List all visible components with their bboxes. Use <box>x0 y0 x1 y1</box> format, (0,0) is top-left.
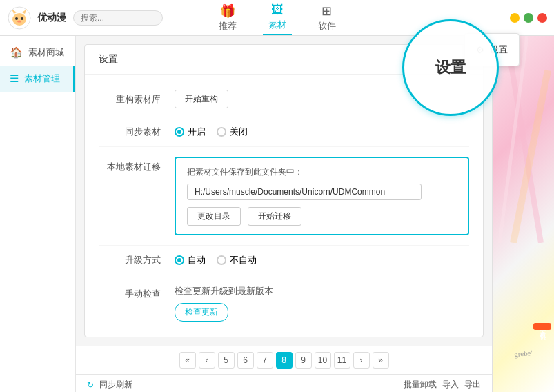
sync-on-radio[interactable]: 开启 <box>175 126 206 138</box>
upgrade-manual-label: 不自动 <box>230 254 257 266</box>
manga-background: grebe' <box>493 36 554 392</box>
sync-on-dot <box>175 127 184 137</box>
upgrade-auto-radio[interactable]: 自动 <box>175 254 206 266</box>
sync-radio-group: 开启 关闭 <box>175 126 248 138</box>
change-dir-button[interactable]: 更改目录 <box>187 207 241 226</box>
check-desc: 检查更新升级到最新版本 <box>175 285 273 297</box>
migration-path-input[interactable] <box>187 184 422 200</box>
nav-assets[interactable]: 🖼 素材 <box>263 0 292 35</box>
upgrade-auto-label: 自动 <box>188 254 206 266</box>
sync-label: 同步素材 <box>99 126 175 138</box>
sync-refresh-label[interactable]: 同步刷新 <box>99 379 132 391</box>
page-11-button[interactable]: 11 <box>334 352 350 369</box>
upgrade-control: 自动 不自动 <box>175 254 469 266</box>
settings-row-check: 手动检查 检查更新升级到最新版本 检查更新 <box>99 275 469 330</box>
svg-point-2 <box>15 17 18 20</box>
rebuild-label: 重构素材库 <box>99 93 175 106</box>
nav-software[interactable]: ⊞ 软件 <box>313 1 342 35</box>
migration-control: 把素材文件保存到此文件夹中： 更改目录 开始迁移 <box>175 157 469 235</box>
sidebar-store-label: 素材商城 <box>28 46 64 59</box>
bottom-left: ↻ 同步刷新 <box>87 379 132 391</box>
app-logo <box>7 6 32 30</box>
maximize-button[interactable] <box>524 13 533 23</box>
page-7-button[interactable]: 7 <box>257 352 273 369</box>
assets-icon: 🖼 <box>271 3 284 17</box>
software-icon: ⊞ <box>321 3 332 19</box>
settings-row-migration: 本地素材迁移 把素材文件保存到此文件夹中： 更改目录 开始迁移 <box>99 147 469 246</box>
app-title-text: 优动漫 <box>37 12 66 24</box>
title-search-input[interactable] <box>73 10 163 26</box>
right-panel: grebe' 下载机 <box>492 36 554 392</box>
sidebar-manage-label: 素材管理 <box>24 72 60 85</box>
sync-refresh-icon: ↻ <box>87 380 94 390</box>
bottom-bar: ↻ 同步刷新 批量卸载 导入 导出 <box>76 374 492 392</box>
download-badge: 下载机 <box>533 323 551 330</box>
upgrade-auto-dot <box>175 255 184 265</box>
migration-label: 本地素材迁移 <box>99 157 175 173</box>
page-6-button[interactable]: 6 <box>237 352 254 369</box>
sidebar-item-store[interactable]: 🏠 素材商城 <box>0 39 75 66</box>
batch-uninstall-link[interactable]: 批量卸载 <box>404 379 437 391</box>
migration-box: 把素材文件保存到此文件夹中： 更改目录 开始迁移 <box>175 157 469 235</box>
settings-circle-label: 设置 <box>435 57 466 78</box>
check-update-button[interactable]: 检查更新 <box>175 303 228 322</box>
settings-row-upgrade: 升级方式 自动 不自动 <box>99 246 469 275</box>
start-migration-button[interactable]: 开始迁移 <box>248 207 301 226</box>
nav-software-label: 软件 <box>318 20 336 32</box>
bottom-right: 批量卸载 导入 导出 <box>404 379 481 391</box>
page-last-button[interactable]: » <box>373 352 389 369</box>
page-5-button[interactable]: 5 <box>218 352 235 369</box>
upgrade-label: 升级方式 <box>99 254 175 266</box>
settings-body: 重构素材库 开始重构 同步素材 开启 <box>85 75 483 337</box>
rebuild-button[interactable]: 开始重构 <box>175 90 228 108</box>
page-9-button[interactable]: 9 <box>295 352 312 369</box>
page-prev-button[interactable]: ‹ <box>199 352 215 369</box>
sync-on-label: 开启 <box>188 126 206 138</box>
store-icon: 🏠 <box>10 46 23 59</box>
manage-icon: ☰ <box>10 72 19 85</box>
sync-off-label: 关闭 <box>230 126 248 138</box>
nav-assets-label: 素材 <box>268 19 286 31</box>
migration-actions: 更改目录 开始迁移 <box>187 207 457 226</box>
check-control: 检查更新升级到最新版本 检查更新 <box>175 285 469 322</box>
title-nav: 🎁 推荐 🖼 素材 ⊞ 软件 <box>213 0 342 35</box>
window-controls <box>510 13 547 23</box>
sync-off-dot <box>217 127 226 137</box>
upgrade-radio-group: 自动 不自动 <box>175 254 257 266</box>
manga-lines-decoration <box>493 36 554 243</box>
svg-point-3 <box>21 17 23 20</box>
settings-row-sync: 同步素材 开启 关闭 <box>99 117 469 147</box>
page-10-button[interactable]: 10 <box>315 352 331 369</box>
page-next-button[interactable]: › <box>353 352 370 369</box>
settings-circle-overlay: 设置 <box>402 19 499 116</box>
nav-recommend[interactable]: 🎁 推荐 <box>213 1 242 35</box>
sync-off-radio[interactable]: 关闭 <box>217 126 248 138</box>
upgrade-manual-dot <box>217 255 226 265</box>
import-link[interactable]: 导入 <box>442 379 459 391</box>
page-8-button[interactable]: 8 <box>276 352 293 369</box>
close-button[interactable] <box>537 13 547 23</box>
sidebar-item-manage[interactable]: ☰ 素材管理 <box>0 66 75 92</box>
check-label: 手动检查 <box>99 285 175 300</box>
migration-desc: 把素材文件保存到此文件夹中： <box>187 166 457 178</box>
pagination: « ‹ 5 6 7 8 9 10 11 › » <box>76 346 492 374</box>
minimize-button[interactable] <box>510 13 520 23</box>
sync-control: 开启 关闭 <box>175 126 469 138</box>
manga-text: grebe' <box>514 349 533 358</box>
upgrade-manual-radio[interactable]: 不自动 <box>217 254 257 266</box>
sidebar: 🏠 素材商城 ☰ 素材管理 <box>0 36 76 392</box>
recommend-icon: 🎁 <box>220 3 235 19</box>
nav-recommend-label: 推荐 <box>219 20 237 32</box>
svg-point-4 <box>17 20 21 22</box>
export-link[interactable]: 导出 <box>464 379 481 391</box>
page-first-button[interactable]: « <box>179 352 196 369</box>
svg-point-1 <box>12 13 26 26</box>
